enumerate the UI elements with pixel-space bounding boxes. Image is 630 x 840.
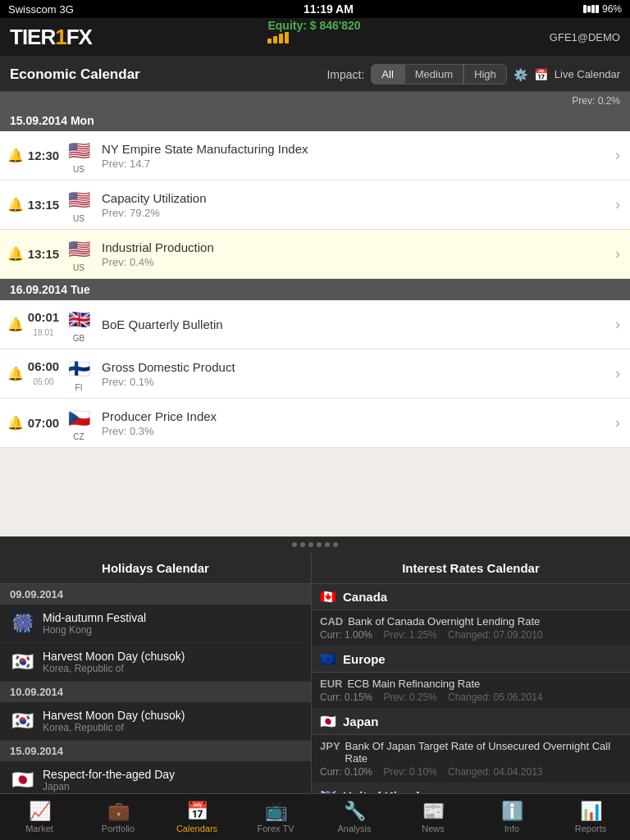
event-info: Capacity Utilization Prev: 79.2% [95, 191, 615, 219]
rates-section-europe: 🇪🇺 Europe [312, 646, 630, 673]
holiday-flag: 🇰🇷 [10, 710, 34, 732]
nav-label-reports: Reports [575, 824, 607, 833]
event-time: 12:30 [25, 148, 62, 162]
filter-icon[interactable]: ⚙️ [514, 68, 527, 81]
page-title: Economic Calendar [10, 66, 140, 83]
live-calendar-label: Live Calendar [555, 68, 620, 80]
flag-emoji: 🇫🇮 [68, 358, 90, 380]
chevron-right-icon: › [615, 316, 623, 333]
rate-name: ECB Main Refinancing Rate [347, 678, 480, 690]
status-bar: Swisscom 3G 11:19 AM 96% [0, 0, 630, 18]
impact-label: Impact: [326, 68, 364, 81]
holiday-name: Mid-autumn Festival [43, 611, 146, 624]
holiday-country: Korea, Republic of [43, 722, 185, 733]
economic-calendar-list: 15.09.2014 Mon 🔔 12:30 🇺🇸 US NY Empire S… [0, 110, 630, 536]
impact-high-button[interactable]: High [463, 64, 507, 84]
rates-section-japan: 🇯🇵 Japan [312, 709, 630, 735]
live-calendar-button[interactable]: Live Calendar [555, 68, 620, 80]
flag-emoji: 🇬🇧 [68, 309, 90, 331]
equity-label: Equity: [267, 19, 306, 32]
holiday-country: Korea, Republic of [43, 663, 185, 674]
event-flag: 🇨🇿 CZ [62, 404, 95, 441]
app-header: TIER1FX Equity: $ 846'820 GFE1@DEMO [0, 18, 630, 57]
user-account: GFE1@DEMO [550, 31, 620, 43]
status-battery: 96% [583, 3, 622, 15]
event-row[interactable]: 🔔 13:15 🇺🇸 US Industrial Production Prev… [0, 230, 630, 279]
rate-changed: Changed: 05.06.2014 [448, 692, 542, 703]
canada-flag-icon: 🇨🇦 [320, 589, 336, 605]
event-time-wrap: 00:01 18:01 [25, 310, 62, 339]
event-row[interactable]: 🔔 12:30 🇺🇸 US NY Empire State Manufactur… [0, 131, 630, 180]
nav-item-news[interactable]: 📰 News [394, 794, 472, 840]
nav-label-news: News [422, 824, 445, 833]
holiday-date-header: 15.09.2014 [0, 741, 311, 761]
list-item[interactable]: 🇰🇷 Harvest Moon Day (chusok) Korea, Repu… [0, 702, 311, 741]
event-flag: 🇫🇮 FI [62, 355, 95, 392]
header-icons: ⚙️ 📅 [514, 68, 548, 81]
rate-curr: Curr: 0.10% [320, 766, 372, 778]
battery-icon [583, 5, 599, 13]
rate-details: Curr: 1.00% Prev: 1.25% Changed: 07.09.2… [320, 629, 622, 641]
event-row[interactable]: 🔔 07:00 🇨🇿 CZ Producer Price Index Prev:… [0, 399, 630, 448]
canada-label: Canada [343, 590, 387, 604]
bell-icon: 🔔 [7, 246, 25, 262]
event-name: Gross Domestic Product [102, 360, 609, 374]
holiday-info: Mid-autumn Festival Hong Kong [43, 611, 146, 636]
network-label: 3G [60, 3, 74, 16]
nav-label-portfolio: Portfolio [102, 824, 135, 833]
bell-icon: 🔔 [7, 197, 25, 212]
nav-item-analysis[interactable]: 🔧 Analysis [315, 794, 394, 840]
event-time-wrap: 13:15 [25, 198, 62, 212]
rate-currency: JPY [320, 740, 340, 752]
rate-row[interactable]: EUR ECB Main Refinancing Rate Curr: 0.15… [312, 673, 630, 709]
flag-emoji: 🇺🇸 [68, 140, 90, 162]
europe-label: Europe [343, 652, 386, 666]
event-row[interactable]: 🔔 13:15 🇺🇸 US Capacity Utilization Prev:… [0, 180, 630, 230]
impact-all-button[interactable]: All [371, 64, 404, 84]
holidays-panel-title: Holidays Calendar [0, 553, 311, 584]
rate-row[interactable]: JPY Bank Of Japan Target Rate of Unsecur… [312, 735, 630, 783]
chevron-right-icon: › [615, 365, 623, 382]
portfolio-icon: 💼 [107, 801, 130, 822]
nav-item-reports[interactable]: 📊 Reports [551, 794, 630, 840]
reports-icon: 📊 [580, 801, 602, 822]
bell-icon: 🔔 [7, 317, 25, 332]
event-name: BoE Quarterly Bulletin [102, 317, 609, 331]
top-prev-value: Prev: 0.2% [572, 95, 620, 107]
nav-item-forextv[interactable]: 📺 Forex TV [236, 794, 315, 840]
event-row[interactable]: 🔔 00:01 18:01 🇬🇧 GB BoE Quarterly Bullet… [0, 300, 630, 349]
chevron-right-icon: › [615, 414, 623, 431]
event-info: NY Empire State Manufacturing Index Prev… [95, 142, 615, 170]
nav-item-market[interactable]: 📈 Market [0, 794, 79, 840]
list-item[interactable]: 🇰🇷 Harvest Moon Day (chusok) Korea, Repu… [0, 643, 311, 682]
info-icon: ℹ️ [501, 801, 523, 822]
rate-curr: Curr: 0.15% [320, 692, 372, 703]
holiday-name: Harvest Moon Day (chusok) [43, 650, 185, 663]
rate-currency: EUR [320, 678, 342, 690]
event-info: Gross Domestic Product Prev: 0.1% [95, 360, 615, 388]
rate-name: Bank of Canada Overnight Lending Rate [348, 615, 540, 628]
nav-item-info[interactable]: ℹ️ Info [472, 794, 551, 840]
holiday-country: Hong Kong [43, 624, 146, 636]
rates-section-canada: 🇨🇦 Canada [312, 584, 630, 610]
holiday-name: Respect-for-the-aged Day [43, 768, 175, 781]
list-item[interactable]: 🎆 Mid-autumn Festival Hong Kong [0, 605, 311, 643]
analysis-icon: 🔧 [344, 801, 366, 822]
nav-item-calendars[interactable]: 📅 Calendars [158, 794, 236, 840]
status-carrier: Swisscom 3G [8, 3, 74, 16]
rate-row[interactable]: CAD Bank of Canada Overnight Lending Rat… [312, 610, 630, 646]
event-prev: Prev: 14.7 [102, 158, 609, 170]
rate-name: Bank Of Japan Target Rate of Unsecured O… [345, 740, 622, 765]
nav-label-info: Info [504, 824, 519, 833]
drag-handle[interactable] [0, 536, 630, 553]
rate-curr: Curr: 1.00% [320, 629, 372, 641]
event-info: BoE Quarterly Bulletin [95, 317, 615, 331]
event-row[interactable]: 🔔 06:00 05:00 🇫🇮 FI Gross Domestic Produ… [0, 349, 630, 399]
impact-medium-button[interactable]: Medium [404, 64, 463, 84]
holiday-flag: 🇰🇷 [10, 651, 34, 673]
top-prev-row: Prev: 0.2% [0, 92, 630, 110]
rates-panel-title: Interest Rates Calendar [312, 553, 630, 584]
signal-strength [267, 32, 367, 43]
nav-item-portfolio[interactable]: 💼 Portfolio [79, 794, 158, 840]
chevron-right-icon: › [615, 196, 623, 213]
